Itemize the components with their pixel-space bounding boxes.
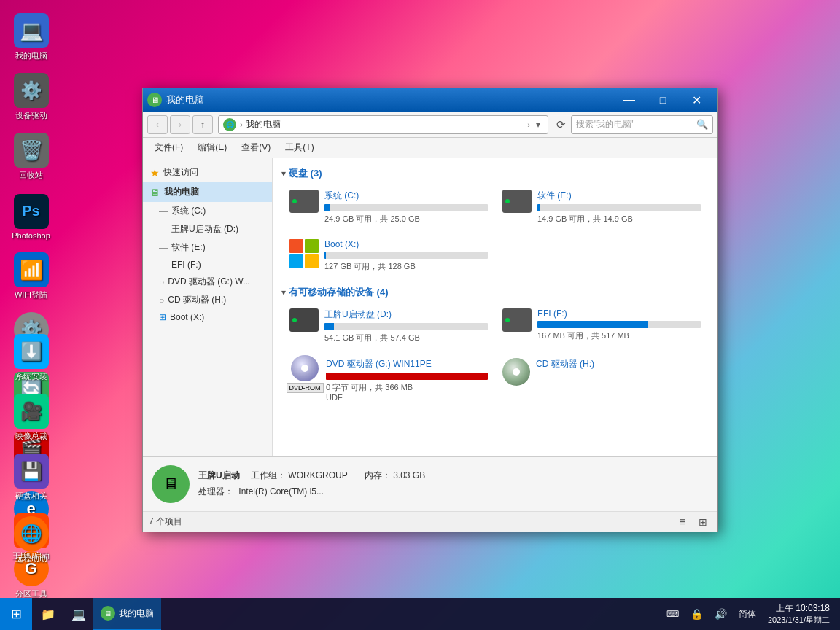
drive-g-fill: [326, 373, 488, 380]
f-drive-label: EFI (F:): [171, 260, 201, 270]
window-controls: — □ ✕: [612, 88, 713, 112]
sidebar: ★ 快速访问 🖥 我的电脑 — 系统 (C:) — 王牌U启动盘 (D:) —: [143, 158, 273, 456]
photoshop-label: Photoshop: [12, 231, 50, 240]
minimize-button[interactable]: —: [612, 88, 646, 112]
sidebar-d-drive[interactable]: — 王牌U启动盘 (D:): [143, 220, 272, 238]
maximize-button[interactable]: □: [646, 88, 680, 112]
taskbar-mycomputer-btn[interactable]: 🖥 我的电脑: [93, 598, 161, 630]
drive-d-name: 王牌U启动盘 (D:): [324, 308, 488, 321]
forward-button[interactable]: ›: [170, 115, 190, 134]
drive-f-name: EFI (F:): [537, 308, 701, 319]
my-computer-icon: 💻: [14, 13, 49, 48]
memory-label: 内存：: [365, 470, 391, 481]
start-button[interactable]: ⊞: [0, 598, 32, 630]
sidebar-quick-access[interactable]: ★ 快速访问: [143, 163, 272, 182]
drive-h[interactable]: CD 驱动器 (H:): [497, 353, 706, 407]
taskbar-thispc-btn[interactable]: 💻: [64, 598, 93, 630]
removable-section-header[interactable]: ▾ 有可移动存储的设备 (4): [279, 283, 712, 302]
desktop-icon-device-driver[interactable]: ⚙️ 设备驱动: [4, 67, 58, 127]
up-button[interactable]: ↑: [192, 115, 213, 134]
menu-file[interactable]: 文件(F): [147, 139, 190, 157]
drive-f-bar: [537, 321, 701, 328]
desktop-icon-remote[interactable]: 🌐 远程助助: [4, 510, 58, 570]
drive-e-bar: [537, 204, 701, 211]
address-path: 我的电脑: [246, 118, 527, 131]
list-view-button[interactable]: ≡: [674, 513, 691, 531]
hard-disks-grid: 系统 (C:) 24.9 GB 可用，共 25.0 GB 软件 (E:): [279, 183, 712, 283]
drive-e-fill: [537, 204, 540, 211]
sidebar-x-drive[interactable]: ⊞ Boot (X:): [143, 309, 272, 325]
address-globe: 🌐: [223, 118, 236, 131]
desktop-icon-imagemaster[interactable]: 🎥 映像总裁: [4, 388, 58, 448]
desktop-icon-disk[interactable]: 💾 硬盘相关: [4, 448, 58, 508]
statusbar-info-area: 🖥 王牌U启动 工作组： WORKGROUP 内存： 3.03 GB 处理器： …: [143, 456, 718, 511]
drive-g-name: DVD 驱动器 (G:) WIN11PE: [326, 358, 488, 370]
drive-x[interactable]: Boot (X:) 127 GB 可用，共 128 GB: [284, 234, 493, 277]
drive-c[interactable]: 系统 (C:) 24.9 GB 可用，共 25.0 GB: [284, 184, 493, 230]
search-box[interactable]: 搜索"我的电脑" 🔍: [571, 115, 713, 134]
taskbar-clock[interactable]: 上午 10:03:18 2023/1/31/星期二: [763, 601, 834, 627]
drive-g-icon-wrap: DVD-ROM: [289, 355, 320, 393]
drive-e[interactable]: 软件 (E:) 14.9 GB 可用，共 14.9 GB: [497, 184, 706, 230]
workgroup-value: WORKGROUP: [288, 470, 347, 481]
drive-g-bar: [326, 373, 488, 380]
my-computer-sidebar-label: 我的电脑: [164, 186, 199, 198]
taskbar-mycomputer-icon: 🖥: [101, 606, 115, 621]
speaker-icon-btn[interactable]: 🔊: [710, 607, 731, 621]
refresh-button[interactable]: ⟳: [553, 115, 569, 134]
desktop-icon-sysinstall[interactable]: ⬇️ 系统安装: [4, 328, 58, 388]
desktop-icon-wifi[interactable]: 📶 WIFI登陆: [4, 246, 58, 306]
imagemaster-icon: 🎥: [14, 394, 49, 429]
sidebar-c-drive[interactable]: — 系统 (C:): [143, 202, 272, 220]
desktop-icon-my-computer[interactable]: 💻 我的电脑: [4, 7, 58, 67]
sidebar-my-computer[interactable]: 🖥 我的电脑: [143, 182, 272, 202]
drive-f[interactable]: EFI (F:) 167 MB 可用，共 517 MB: [497, 303, 706, 349]
drive-h-icon: [502, 358, 530, 386]
hard-disks-label: 硬盘 (3): [289, 167, 322, 180]
menu-view[interactable]: 查看(V): [234, 139, 278, 157]
sidebar-e-drive[interactable]: — 软件 (E:): [143, 238, 272, 257]
sidebar-h-drive[interactable]: ○ CD 驱动器 (H:): [143, 291, 272, 309]
close-button[interactable]: ✕: [680, 88, 713, 112]
drive-c-bar: [324, 204, 488, 211]
menu-tools[interactable]: 工具(T): [278, 139, 321, 157]
network-icon-btn[interactable]: 🔒: [686, 607, 707, 621]
drive-c-stats: 24.9 GB 可用，共 25.0 GB: [324, 214, 488, 225]
menu-edit[interactable]: 编辑(E): [190, 139, 234, 157]
drive-d-bar: [324, 323, 488, 330]
processor-value: Intel(R) Core(TM) i5...: [238, 486, 324, 497]
desktop-icon-photoshop[interactable]: Ps Photoshop: [4, 187, 58, 246]
device-driver-icon: ⚙️: [14, 73, 49, 108]
removable-collapse-arrow[interactable]: ▾: [281, 287, 286, 298]
drive-x-icon: [289, 239, 319, 268]
drive-x-name: Boot (X:): [324, 239, 488, 249]
drive-d[interactable]: 王牌U启动盘 (D:) 54.1 GB 可用，共 57.4 GB: [284, 303, 493, 349]
file-explorer-window: 🖥 我的电脑 — □ ✕ ‹ › ↑ 🌐 › 我的电脑 › ▾ ⟳ 搜索"我的电…: [142, 88, 718, 532]
remote-icon: 🌐: [14, 516, 49, 551]
grid-view-button[interactable]: ⊞: [694, 513, 712, 531]
hard-disks-section-header[interactable]: ▾ 硬盘 (3): [279, 161, 712, 183]
sidebar-g-drive[interactable]: ○ DVD 驱动器 (G:) W...: [143, 273, 272, 291]
taskbar-files-btn[interactable]: 📁: [32, 598, 64, 630]
language-btn[interactable]: 简体: [734, 607, 761, 622]
content-area: ▾ 硬盘 (3) 系统 (C:) 24.9 GB 可用，共 25.0 GB: [273, 158, 718, 456]
sidebar-f-drive[interactable]: — EFI (F:): [143, 257, 272, 273]
keyboard-layout-btn[interactable]: ⌨: [662, 607, 683, 621]
nav-toolbar: ‹ › ↑ 🌐 › 我的电脑 › ▾ ⟳ 搜索"我的电脑" 🔍: [143, 112, 718, 138]
hard-disks-collapse-arrow[interactable]: ▾: [281, 168, 286, 179]
back-button[interactable]: ‹: [147, 115, 168, 134]
drive-c-name: 系统 (C:): [324, 190, 488, 202]
drive-d-icon: [289, 308, 319, 332]
desktop-icon-recycle-bin[interactable]: 🗑️ 回收站: [4, 127, 58, 187]
x-drive-label: Boot (X:): [170, 312, 204, 322]
search-icon[interactable]: 🔍: [696, 119, 708, 130]
drive-x-fill: [324, 252, 326, 259]
address-bar[interactable]: 🌐 › 我的电脑 › ▾: [218, 115, 548, 134]
my-computer-sidebar-icon: 🖥: [150, 187, 160, 198]
drive-c-info: 系统 (C:) 24.9 GB 可用，共 25.0 GB: [324, 190, 488, 225]
address-dropdown-icon[interactable]: ▾: [533, 118, 543, 131]
window-title: 我的电脑: [166, 93, 612, 106]
drive-g[interactable]: DVD-ROM DVD 驱动器 (G:) WIN11PE 0 字节 可用，共 3…: [284, 353, 493, 407]
f-drive-icon: —: [159, 260, 168, 270]
c-drive-icon: —: [159, 206, 168, 217]
